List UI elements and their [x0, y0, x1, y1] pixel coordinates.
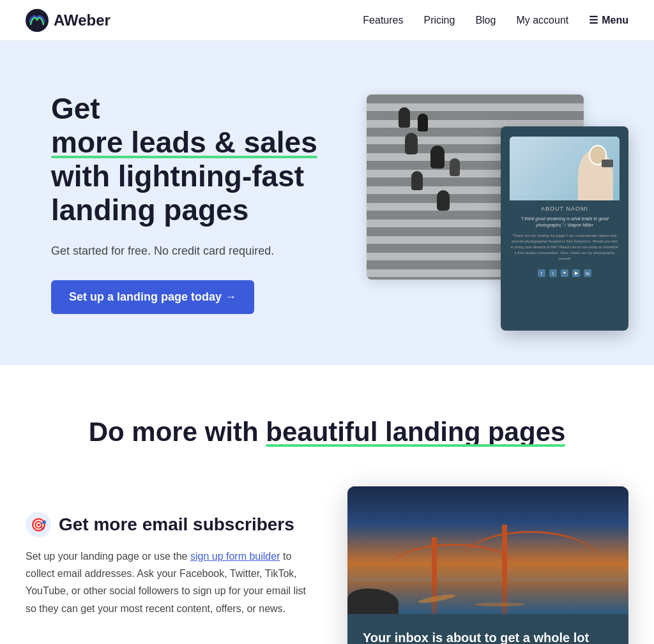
person-1	[399, 107, 410, 128]
person-7	[437, 190, 450, 211]
person-3	[405, 133, 418, 154]
card-about-label: ABOUT NAOMI	[510, 206, 620, 212]
signup-form-link[interactable]: sign up form builder	[190, 551, 280, 562]
hero-subtitle: Get started for free. No credit card req…	[51, 243, 345, 260]
header: AWeber Features Pricing Blog My account …	[0, 0, 654, 41]
reflection-2	[474, 603, 525, 606]
person-6	[411, 171, 423, 190]
feature-desc-part1: Set up your landing page or use the	[26, 551, 190, 562]
card-body: Thank you for visiting my page! I am a p…	[510, 233, 620, 262]
nav-pricing[interactable]: Pricing	[423, 15, 455, 26]
feature-icon: 🎯	[26, 512, 51, 537]
target-icon: 🎯	[31, 517, 47, 532]
feature-card: Your inbox is about to get a whole lot p…	[347, 486, 628, 644]
card-quote: "I think good dreaming is what leads to …	[510, 216, 620, 228]
bridge-image	[347, 486, 628, 614]
hero-cta-button[interactable]: Set up a landing page today →	[51, 280, 254, 314]
landing-pages-section: Do more with beautiful landing pages 🎯 G…	[0, 365, 654, 644]
youtube-icon: ▶	[572, 269, 580, 277]
feature-row: 🎯 Get more email subscribers Set up your…	[26, 486, 628, 644]
menu-button[interactable]: ☰ Menu	[589, 14, 628, 26]
feature-description: Set up your landing page or use the sign…	[26, 548, 309, 617]
photo-camera	[602, 160, 613, 167]
feature-icon-row: 🎯 Get more email subscribers	[26, 512, 309, 537]
logo[interactable]: AWeber	[26, 9, 110, 32]
hamburger-icon: ☰	[589, 14, 598, 26]
hero-title: Get more leads & sales with lightning-fa…	[51, 92, 345, 227]
person-2	[418, 114, 428, 131]
section-title-part1: Do more with	[89, 417, 266, 447]
linkedin-icon: in	[584, 269, 591, 277]
twitter-icon: t	[549, 269, 557, 277]
card-social-icons: f t ✦ ▶ in	[510, 269, 620, 277]
card-photo	[510, 137, 620, 200]
nav-features[interactable]: Features	[363, 15, 403, 26]
nav-my-account[interactable]: My account	[516, 15, 568, 26]
hero-content: Get more leads & sales with lightning-fa…	[51, 92, 345, 314]
feature-card-body: Your inbox is about to get a whole lot p…	[347, 614, 628, 644]
hero-illustration: ABOUT NAOMI "I think good dreaming is wh…	[347, 94, 628, 311]
menu-label: Menu	[602, 15, 628, 26]
logo-text: AWeber	[54, 11, 110, 29]
nav-blog[interactable]: Blog	[475, 15, 496, 26]
aweber-logo-icon	[26, 9, 49, 32]
feature-text: 🎯 Get more email subscribers Set up your…	[26, 486, 309, 617]
hero-title-highlight: more leads & sales	[51, 126, 317, 160]
person-5	[450, 158, 460, 176]
feature-card-title: Your inbox is about to get a whole lot p…	[363, 629, 613, 644]
feature-heading: Get more email subscribers	[59, 514, 294, 535]
section-title-highlight: beautiful landing pages	[266, 416, 565, 448]
hero-front-card: ABOUT NAOMI "I think good dreaming is wh…	[501, 126, 628, 331]
hero-section: Get more leads & sales with lightning-fa…	[0, 41, 654, 365]
section-title: Do more with beautiful landing pages	[26, 416, 628, 448]
instagram-icon: ✦	[561, 269, 568, 277]
person-4	[430, 146, 445, 168]
main-nav: Features Pricing Blog My account ☰ Menu	[363, 14, 628, 26]
hero-title-part1: Get	[51, 92, 100, 125]
facebook-icon: f	[538, 269, 545, 277]
